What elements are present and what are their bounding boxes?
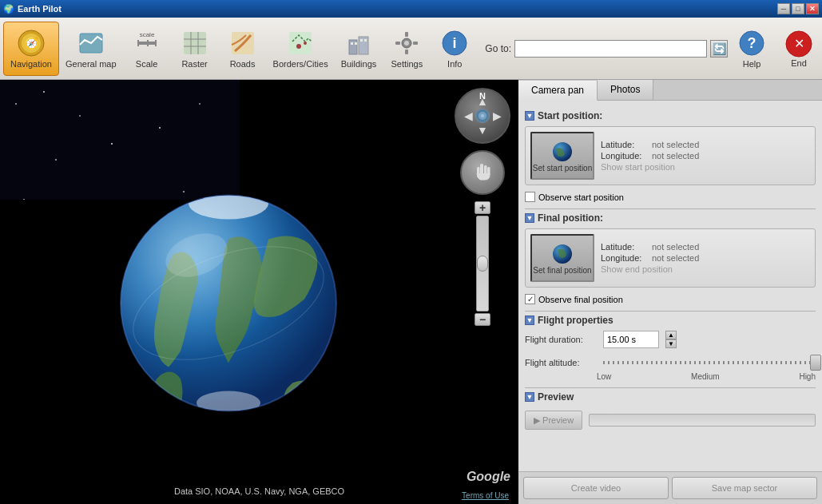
scale-icon: scale xyxy=(133,29,161,58)
svg-rect-19 xyxy=(359,37,368,54)
final-latitude-row: Latitude: not selected xyxy=(601,242,810,252)
duration-up-button[interactable]: ▲ xyxy=(665,331,677,339)
start-position-inner: Set start position Latitude: not selecte… xyxy=(530,132,810,180)
compass-down-arrow[interactable]: ▼ xyxy=(475,123,490,137)
svg-point-39 xyxy=(79,115,81,117)
google-text: Google xyxy=(467,470,510,483)
compass-left-arrow[interactable]: ◀ xyxy=(461,109,475,123)
map-attribution: Data SIO, NOAA, U.S. Navy, NGA, GEBCO xyxy=(174,486,344,496)
final-lat-value: not selected xyxy=(652,242,699,252)
info-label: Info xyxy=(447,59,462,69)
app-title: Earth Pilot xyxy=(18,4,62,14)
help-icon: ? xyxy=(737,29,766,58)
final-position-inner: Set final position Latitude: not selecte… xyxy=(530,234,810,282)
help-label: Help xyxy=(743,59,761,69)
duration-stepper: ▲ ▼ xyxy=(665,331,677,348)
final-longitude-row: Longitude: not selected xyxy=(601,253,810,263)
observe-final-checkbox[interactable] xyxy=(525,294,535,304)
borders-cities-label: Borders/Cities xyxy=(273,59,328,69)
zoom-thumb[interactable] xyxy=(477,256,488,272)
start-latitude-row: Latitude: not selected xyxy=(601,140,810,149)
svg-rect-7 xyxy=(155,40,157,46)
panel-bottom: Create video Save map sector xyxy=(518,471,822,504)
svg-point-41 xyxy=(55,159,57,161)
navigation-label: Navigation xyxy=(10,59,52,69)
preview-toggle[interactable]: ▼ xyxy=(525,392,534,402)
compass[interactable]: N ▲ ◀ ▶ ▼ xyxy=(455,88,510,144)
roads-icon xyxy=(228,29,257,58)
end-button[interactable]: ✕ End xyxy=(779,22,819,76)
svg-rect-18 xyxy=(349,40,357,54)
end-label: End xyxy=(791,58,807,68)
tab-photos[interactable]: Photos xyxy=(598,80,653,100)
compass-center[interactable] xyxy=(475,109,490,123)
raster-icon xyxy=(181,29,209,58)
goto-button[interactable]: 🔄 xyxy=(710,40,728,58)
create-video-button[interactable]: Create video xyxy=(523,477,669,499)
right-panel: Camera pan Photos ▼ Start position: xyxy=(518,80,822,504)
zoom-control: + − xyxy=(475,201,490,326)
zoom-track[interactable] xyxy=(476,216,489,312)
toolbar-raster[interactable]: Raster xyxy=(171,22,219,76)
altitude-slider[interactable] xyxy=(603,355,816,371)
svg-point-25 xyxy=(404,41,409,46)
maximize-button[interactable]: □ xyxy=(792,3,804,14)
final-lat-label: Latitude: xyxy=(601,242,649,252)
show-end-position-link[interactable]: Show end position xyxy=(601,264,810,274)
toolbar: 🧭 Navigation General map scale Scale xyxy=(0,18,822,80)
titlebar-controls: ─ □ ✕ xyxy=(777,3,819,14)
toolbar-navigation[interactable]: 🧭 Navigation xyxy=(3,22,59,76)
start-position-header: ▼ Start position: xyxy=(525,110,816,121)
goto-bar: Go to: 🔄 xyxy=(485,40,728,58)
svg-point-43 xyxy=(199,103,201,105)
minimize-button[interactable]: ─ xyxy=(777,3,790,14)
duration-down-button[interactable]: ▼ xyxy=(665,339,677,348)
tab-camera-pan[interactable]: Camera pan xyxy=(518,81,598,101)
toolbar-scale[interactable]: scale Scale xyxy=(123,22,171,76)
scale-label: Scale xyxy=(136,59,158,69)
pan-button[interactable] xyxy=(460,150,505,195)
save-map-sector-button[interactable]: Save map sector xyxy=(672,477,817,499)
general-map-label: General map xyxy=(66,59,117,69)
flight-duration-input[interactable] xyxy=(603,331,659,348)
show-start-position-link[interactable]: Show start position xyxy=(601,162,810,172)
start-lon-label: Longitude: xyxy=(601,151,649,161)
altitude-thumb[interactable] xyxy=(810,355,821,371)
toolbar-general-map[interactable]: General map xyxy=(59,22,123,76)
map-area[interactable]: N ▲ ◀ ▶ ▼ xyxy=(0,80,518,504)
set-final-position-button[interactable]: Set final position xyxy=(530,234,594,282)
start-position-toggle[interactable]: ▼ xyxy=(525,111,534,121)
flight-properties-toggle[interactable]: ▼ xyxy=(525,315,534,325)
toolbar-help[interactable]: ? Help xyxy=(728,22,776,76)
zoom-out-button[interactable]: − xyxy=(475,313,490,326)
toolbar-buildings[interactable]: Buildings xyxy=(335,22,383,76)
final-globe-icon xyxy=(546,242,578,266)
svg-point-16 xyxy=(296,44,301,49)
svg-rect-26 xyxy=(405,32,408,37)
final-position-toggle[interactable]: ▼ xyxy=(525,213,534,223)
start-lat-label: Latitude: xyxy=(601,140,649,149)
terms-link[interactable]: Terms of Use xyxy=(462,491,509,500)
divider-3 xyxy=(525,387,816,388)
close-button[interactable]: ✕ xyxy=(806,3,819,14)
zoom-in-button[interactable]: + xyxy=(475,201,490,214)
svg-rect-29 xyxy=(413,42,418,45)
toolbar-settings[interactable]: Settings xyxy=(383,22,431,76)
toolbar-info[interactable]: i Info xyxy=(431,22,479,76)
toolbar-borders-cities[interactable]: Borders/Cities xyxy=(267,22,335,76)
flight-properties-header: ▼ Flight properties xyxy=(525,315,816,326)
globe[interactable] xyxy=(117,192,340,418)
toolbar-roads[interactable]: Roads xyxy=(219,22,267,76)
set-start-position-button[interactable]: Set start position xyxy=(530,132,594,180)
compass-north: N xyxy=(479,91,486,101)
svg-text:🧭: 🧭 xyxy=(24,37,38,50)
preview-button[interactable]: ▶ Preview xyxy=(525,411,582,430)
compass-nw xyxy=(461,94,475,109)
flight-duration-label: Flight duration: xyxy=(525,335,597,344)
observe-start-checkbox[interactable] xyxy=(525,192,535,202)
goto-input[interactable] xyxy=(514,40,707,58)
svg-point-17 xyxy=(304,42,307,45)
svg-rect-6 xyxy=(147,40,149,46)
compass-right-arrow[interactable]: ▶ xyxy=(490,109,504,123)
start-position-card: Set start position Latitude: not selecte… xyxy=(525,126,816,185)
